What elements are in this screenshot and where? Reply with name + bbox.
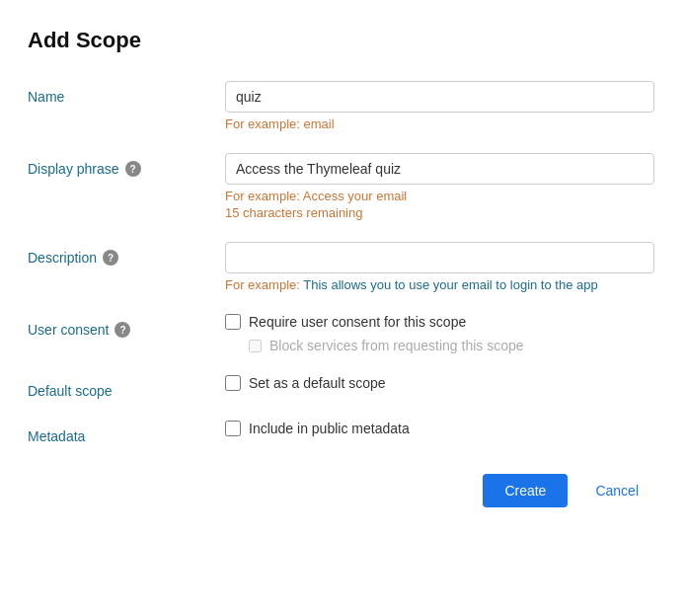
name-input[interactable]: [225, 81, 654, 113]
block-services-checkbox-label: Block services from requesting this scop…: [269, 338, 524, 353]
description-hint-prefix: For example:: [225, 277, 303, 292]
display-phrase-label-col: Display phrase ?: [28, 153, 225, 177]
display-phrase-hint: For example: Access your email: [225, 189, 654, 203]
user-consent-control-col: Require user consent for this scope Bloc…: [225, 314, 654, 353]
name-label-col: Name: [28, 81, 225, 105]
description-row: Description ? For example: This allows y…: [28, 242, 654, 292]
display-phrase-row: Display phrase ? For example: Access you…: [28, 153, 654, 220]
description-help-icon[interactable]: ?: [103, 250, 118, 266]
default-scope-checkbox[interactable]: [225, 375, 241, 391]
block-services-checkbox-row: Block services from requesting this scop…: [249, 338, 654, 353]
metadata-checkbox-label: Include in public metadata: [249, 421, 410, 436]
metadata-checkbox-row: Include in public metadata: [225, 421, 654, 436]
metadata-label: Metadata: [28, 428, 85, 444]
user-consent-checkbox-row: Require user consent for this scope: [225, 314, 654, 330]
metadata-row: Metadata Include in public metadata: [28, 421, 654, 444]
default-scope-checkbox-label: Set as a default scope: [249, 375, 386, 391]
metadata-checkbox[interactable]: [225, 421, 241, 436]
default-scope-label-col: Default scope: [28, 375, 225, 399]
name-row: Name For example: email: [28, 81, 654, 131]
create-button[interactable]: Create: [483, 474, 568, 507]
button-row: Create Cancel: [28, 474, 654, 507]
user-consent-row: User consent ? Require user consent for …: [28, 314, 654, 353]
description-label-col: Description ?: [28, 242, 225, 266]
page-title: Add Scope: [28, 28, 654, 53]
user-consent-checkbox-label: Require user consent for this scope: [249, 314, 466, 330]
display-phrase-label: Display phrase: [28, 161, 119, 177]
description-hint: For example: This allows you to use your…: [225, 277, 654, 292]
default-scope-label: Default scope: [28, 383, 113, 399]
description-label: Description: [28, 250, 97, 266]
user-consent-label-col: User consent ?: [28, 314, 225, 338]
description-input[interactable]: [225, 242, 654, 273]
add-scope-form: Add Scope Name For example: email Displa…: [0, 0, 686, 616]
block-services-checkbox[interactable]: [249, 340, 262, 352]
name-control-col: For example: email: [225, 81, 654, 131]
user-consent-help-icon[interactable]: ?: [114, 322, 130, 338]
user-consent-label: User consent: [28, 322, 109, 338]
description-hint-blue: This allows you to use your email to log…: [303, 277, 597, 292]
chars-remaining: 15 characters remaining: [225, 205, 654, 220]
cancel-button[interactable]: Cancel: [579, 474, 654, 507]
display-phrase-input[interactable]: [225, 153, 654, 185]
name-hint: For example: email: [225, 116, 654, 131]
default-scope-control-col: Set as a default scope: [225, 375, 654, 399]
metadata-label-col: Metadata: [28, 421, 225, 444]
description-control-col: For example: This allows you to use your…: [225, 242, 654, 292]
display-phrase-control-col: For example: Access your email 15 charac…: [225, 153, 654, 220]
name-label: Name: [28, 89, 64, 105]
default-scope-checkbox-row: Set as a default scope: [225, 375, 654, 391]
metadata-control-col: Include in public metadata: [225, 421, 654, 444]
user-consent-checkbox[interactable]: [225, 314, 241, 330]
display-phrase-help-icon[interactable]: ?: [125, 161, 141, 177]
default-scope-row: Default scope Set as a default scope: [28, 375, 654, 399]
